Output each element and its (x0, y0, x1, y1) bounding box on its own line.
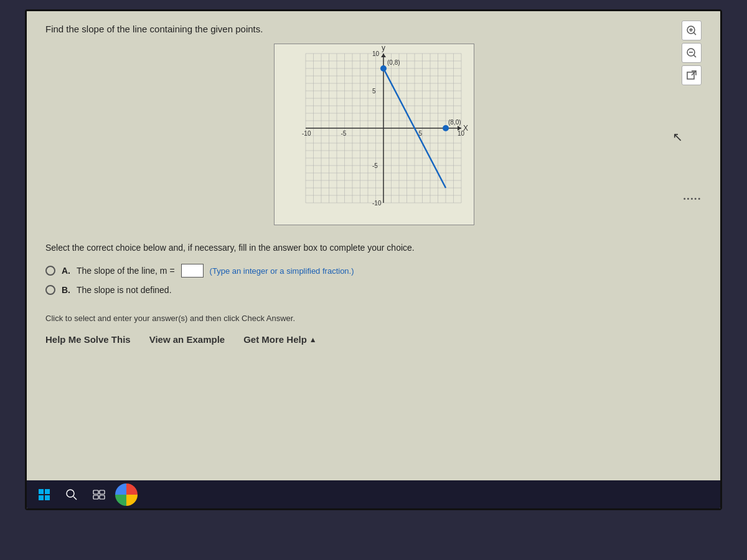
action-buttons: Help Me Solve This View an Example Get M… (45, 334, 702, 345)
choice-b-radio[interactable] (45, 285, 55, 295)
choice-a-label: A. (62, 266, 70, 276)
zoom-out-button[interactable] (682, 43, 702, 63)
external-link-icon (686, 70, 697, 81)
choice-b-label: B. (62, 285, 70, 295)
screen: Find the slope of the line containing th… (25, 9, 722, 510)
svg-line-6 (694, 55, 697, 58)
windows-icon (38, 488, 50, 501)
chrome-button[interactable] (115, 483, 138, 506)
choice-a-radio[interactable] (45, 266, 55, 276)
view-example-button[interactable]: View an Example (149, 334, 225, 345)
help-me-solve-button[interactable]: Help Me Solve This (45, 334, 131, 345)
svg-rect-18 (100, 495, 105, 499)
svg-rect-15 (93, 490, 98, 494)
get-more-help-button[interactable]: Get More Help ▲ (243, 334, 317, 345)
check-instructions: Click to select and enter your answer(s)… (45, 314, 702, 323)
content-area: Find the slope of the line containing th… (27, 11, 720, 508)
choice-a-row: A. The slope of the line, m = (Type an i… (45, 264, 702, 278)
slope-answer-input[interactable] (181, 264, 204, 278)
choice-b-row: B. The slope is not defined. (45, 285, 702, 295)
svg-rect-9 (39, 489, 44, 494)
taskbar (27, 480, 720, 508)
select-instructions: Select the correct choice below and, if … (45, 243, 702, 253)
windows-start-button[interactable] (33, 483, 55, 506)
zoom-out-icon (686, 47, 697, 58)
svg-rect-16 (100, 490, 105, 494)
svg-line-14 (73, 497, 77, 500)
zoom-in-button[interactable] (682, 21, 702, 40)
search-icon (65, 488, 78, 501)
svg-line-3 (694, 33, 697, 35)
more-options-ellipsis[interactable]: ••••• (684, 195, 702, 202)
external-link-button[interactable] (682, 65, 702, 85)
svg-rect-11 (39, 495, 44, 500)
laptop-bezel: Find the slope of the line containing th… (0, 0, 747, 560)
graph-toolbar (682, 21, 702, 85)
get-more-help-arrow: ▲ (309, 335, 317, 344)
graph-container (45, 44, 702, 230)
search-button[interactable] (60, 483, 83, 506)
graph-wrapper (274, 44, 473, 230)
answer-choices: A. The slope of the line, m = (Type an i… (45, 264, 702, 295)
svg-rect-10 (45, 489, 50, 494)
svg-rect-12 (45, 495, 50, 500)
question-title: Find the slope of the line containing th… (45, 24, 702, 34)
cursor-arrow: ↗ (672, 129, 683, 144)
choice-b-text: The slope is not defined. (77, 285, 172, 295)
svg-rect-17 (93, 495, 98, 499)
coordinate-graph (274, 44, 474, 225)
taskview-icon (93, 488, 105, 501)
taskview-button[interactable] (88, 483, 110, 506)
choice-a-text: The slope of the line, m = (77, 266, 175, 276)
choice-a-hint: (Type an integer or a simplified fractio… (210, 266, 354, 276)
zoom-in-icon (686, 25, 697, 36)
get-more-help-label: Get More Help (243, 334, 307, 345)
svg-point-13 (67, 490, 74, 497)
